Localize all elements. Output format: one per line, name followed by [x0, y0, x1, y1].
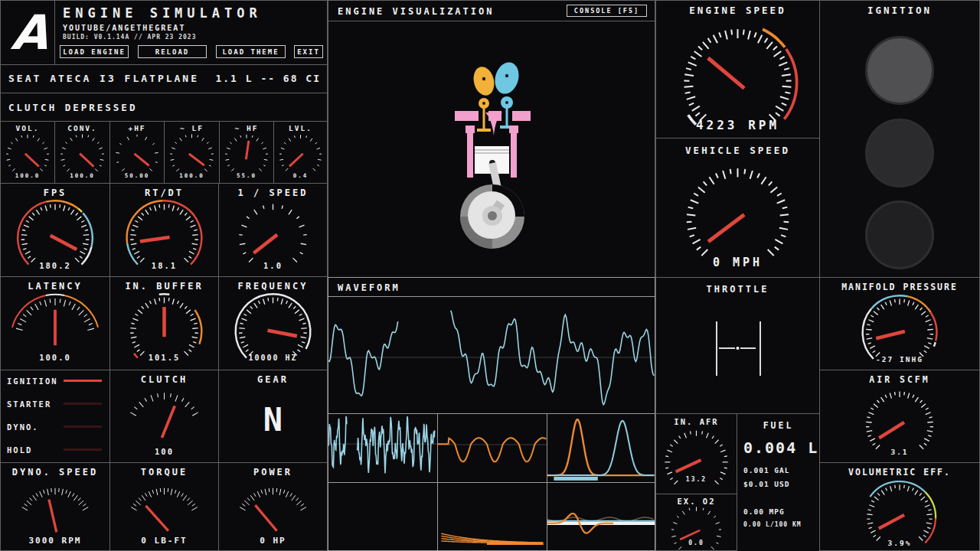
power-gauge-label: POWER [219, 467, 327, 478]
fps-gauge-value: 180.2 [1, 261, 109, 270]
subplot-flow-panel [547, 482, 655, 551]
viz-header-panel: ENGINE VISUALIZATION CONSOLE [F5] [328, 0, 655, 21]
clutch-gauge-value: 100 [110, 447, 218, 456]
lvl-gauge-label: LVL. [274, 124, 327, 132]
dyno-speed-gauge-dial [1, 474, 109, 533]
ignition-lights-panel: IGNITION [819, 0, 980, 278]
subplot-map [438, 483, 547, 550]
volumetric-eff-label: VOLUMETRIC EFF. [820, 467, 979, 478]
fuel-panel: FUEL 0.004 L 0.001 GAL $0.01 USD 0.00 MP… [737, 413, 820, 551]
hf-gauge-label: ~ HF [220, 124, 273, 132]
latency-gauge-label: LATENCY [1, 281, 109, 292]
throttle-panel: THROTTLE [655, 277, 820, 414]
clutch-gauge-dial [110, 378, 218, 445]
ignition-indicator-label: IGNITION [7, 377, 58, 386]
starter-indicator-label: STARTER [7, 399, 51, 409]
status-panel: CLUTCH DEPRESSED [0, 93, 328, 122]
ex-o2-label: EX. O2 [656, 497, 737, 506]
fuel-gallons: 0.001 GAL [743, 466, 789, 474]
throttle-label: THROTTLE [656, 284, 819, 295]
app-title: ENGINE SIMULATOR [63, 5, 262, 21]
waveform-title: WAVEFORM [328, 282, 655, 293]
load-theme-button[interactable]: LOAD THEME [216, 45, 286, 58]
engine-name: SEAT ATECA I3 FLATPLANE [8, 73, 199, 84]
manifold-pressure-value: -27 INHG [820, 355, 979, 364]
gear-label: GEAR [219, 374, 327, 385]
subplot-flow [547, 483, 655, 550]
hf-plus-gauge-panel: +HF 50.00 [109, 121, 165, 184]
subplot-map-panel [437, 482, 547, 551]
rtdt-gauge-panel: RT/DT 18.1 [109, 183, 219, 277]
subplot-pressure [438, 414, 547, 482]
status-text: CLUTCH DEPRESSED [8, 102, 137, 113]
subplot-pressure-panel [437, 413, 547, 483]
frequency-gauge-label: FREQUENCY [219, 281, 327, 292]
hf-plus-gauge-value: 50.00 [110, 172, 164, 179]
ex-o2-panel: EX. O2 0.0 [655, 494, 737, 551]
engine-cutaway-illustration [427, 47, 557, 269]
rtdt-gauge-label: RT/DT [110, 187, 218, 198]
exit-button[interactable]: EXIT [294, 45, 323, 58]
fuel-amount: 0.004 L [743, 439, 818, 457]
frequency-gauge-value: 10000 HZ [219, 354, 327, 362]
lvl-gauge-panel: LVL. 0.4 [273, 121, 328, 184]
engine-viz-panel [328, 21, 655, 278]
lf-gauge-value: 100.0 [165, 172, 219, 179]
load-engine-button[interactable]: LOAD ENGINE [60, 45, 129, 58]
vol-gauge-panel: VOL. 100.0 [0, 121, 55, 184]
hold-indicator-label: HOLD [7, 445, 32, 455]
build-info: BUILD: V0.1.14A // APR 23 2023 [63, 34, 197, 41]
fuel-mpg: 0.00 MPG [743, 507, 785, 516]
latency-gauge-value: 100.0 [1, 353, 109, 362]
hold-indicator-light[interactable] [64, 448, 102, 451]
lvl-gauge-value: 0.4 [274, 172, 327, 179]
starter-indicator-light[interactable] [64, 403, 102, 405]
app-logo-icon: A [9, 5, 50, 60]
manifold-pressure-panel: MANIFOLD PRESSURE -27 INHG [819, 277, 980, 370]
engine-speed-label: ENGINE SPEED [656, 5, 819, 16]
gear-panel: GEAR N [218, 370, 328, 463]
waveform-plot [328, 297, 655, 413]
air-scfm-value: 3.1 [820, 448, 979, 456]
fuel-cost: $0.01 USD [743, 480, 789, 488]
volumetric-eff-panel: VOLUMETRIC EFF. 3.9% [819, 462, 980, 551]
in-buffer-gauge-panel: IN. BUFFER 101.5 [109, 276, 219, 370]
hf-plus-gauge-label: +HF [110, 124, 164, 132]
reload-button[interactable]: RELOAD [138, 45, 207, 58]
subplot-empty [328, 483, 437, 550]
dyno-indicator-label: DYNO. [7, 422, 39, 432]
inv-speed-gauge-value: 1.0 [219, 261, 327, 270]
manifold-pressure-label: MANIFOLD PRESSURE [820, 282, 979, 292]
latency-gauge-panel: LATENCY 100.0 [0, 276, 110, 370]
subplot-empty-panel [328, 482, 438, 551]
torque-gauge-label: TORQUE [110, 467, 218, 478]
ignition-indicator-light[interactable] [64, 380, 102, 382]
hf-gauge-panel: ~ HF 55.0 [219, 121, 274, 184]
gear-value: N [219, 401, 327, 439]
ignition-light-2 [865, 119, 934, 187]
power-gauge-value: 0 HP [219, 536, 327, 546]
app-subtitle: YOUTUBE/ANGETHEGREAT [63, 24, 185, 32]
ignition-panel-label: IGNITION [820, 5, 979, 16]
ignition-light-3 [865, 201, 934, 269]
lf-gauge-label: ~ LF [165, 124, 219, 132]
frequency-gauge-panel: FREQUENCY 10000 HZ [218, 276, 328, 370]
conv-gauge-label: CONV. [55, 124, 109, 132]
conv-gauge-value: 100.0 [55, 172, 109, 179]
throttle-widget[interactable] [656, 278, 821, 415]
in-afr-value: 13.2 [656, 476, 737, 483]
fuel-l-per-100km: 0.00 L/100 KM [743, 521, 802, 528]
fuel-label: FUEL [737, 420, 819, 431]
volumetric-eff-value: 3.9% [820, 539, 979, 547]
fps-gauge-panel: FPS 180.2 [0, 183, 110, 277]
dyno-indicator-light[interactable] [64, 425, 102, 428]
ignition-light-1 [865, 36, 934, 105]
torque-gauge-dial [110, 474, 218, 533]
clutch-gauge-panel: CLUTCH 100 [109, 370, 219, 463]
lf-gauge-panel: ~ LF 100.0 [164, 121, 220, 184]
viz-title: ENGINE VISUALIZATION [328, 6, 655, 17]
engine-speed-panel: ENGINE SPEED 4223 RPM [655, 0, 820, 139]
inv-speed-gauge-label: 1 / SPEED [219, 187, 327, 198]
engine-displacement: 1.1 L -- 68 CI [215, 73, 321, 84]
vehicle-speed-value: 0 MPH [656, 256, 819, 269]
